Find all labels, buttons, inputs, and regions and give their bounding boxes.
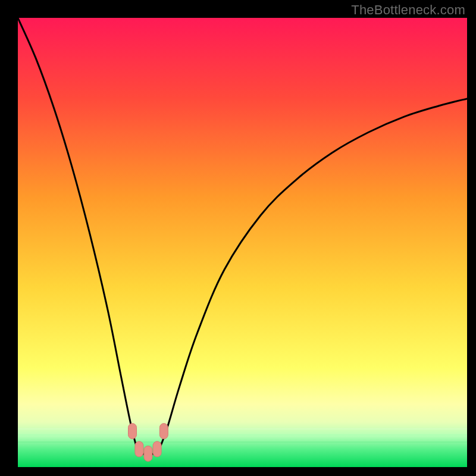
bottleneck-curve bbox=[18, 18, 467, 467]
curve-marker bbox=[159, 424, 168, 439]
watermark-text: TheBottleneck.com bbox=[351, 2, 465, 18]
curve-marker bbox=[129, 424, 137, 439]
plot-area bbox=[18, 18, 467, 467]
curve-marker bbox=[135, 441, 143, 457]
curve-marker bbox=[153, 441, 161, 457]
curve-marker bbox=[144, 446, 152, 461]
chart-stage: TheBottleneck.com bbox=[0, 0, 476, 476]
